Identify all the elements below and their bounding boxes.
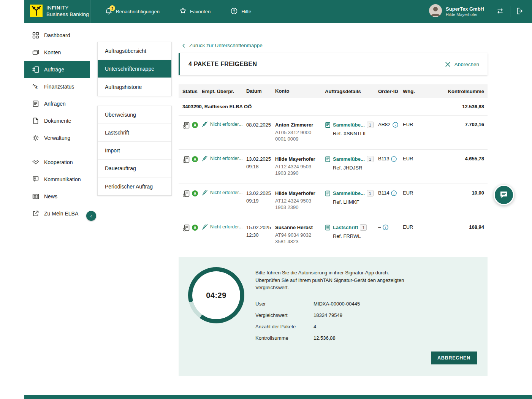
countdown-ring: 04:29 <box>188 267 244 323</box>
field-value: 4 <box>314 324 316 329</box>
bell-icon: 3 <box>105 8 112 15</box>
date-cell: 13.02.2025 09:18 <box>246 156 275 184</box>
sidebar-item-auftraege[interactable]: Aufträge <box>24 61 90 78</box>
info-icon[interactable]: i <box>393 122 398 128</box>
account-name: Susanne Herbst <box>275 224 321 231</box>
details-cell: Sammelübe... 1 Ref. LIIMKF <box>325 190 378 218</box>
footer-bar <box>24 395 532 399</box>
subnav-secondary: Überweisung Lastschrift Import Dauerauft… <box>97 106 172 196</box>
account-cell: Hilde Mayerhofer AT12 4324 9503 1903 239… <box>275 156 325 184</box>
order-type-link[interactable]: Sammelübe... 1 <box>325 190 378 196</box>
topbar-right: SuperTex GmbH Hilde Mayerhofer <box>429 4 532 19</box>
notifications-button[interactable]: 3 Benachrichtigungen <box>105 8 160 15</box>
table-row: A Nicht erforder... 13.02.2025 09:18 Hil… <box>179 150 488 184</box>
back-link[interactable]: Zurück zur Unterschriftenmappe <box>182 43 263 48</box>
logout-button[interactable] <box>516 7 524 16</box>
order-type-link[interactable]: Sammelübe... 1 <box>325 156 378 162</box>
finance-status-icon: € <box>32 83 39 90</box>
column-currency: Whg. <box>403 89 426 94</box>
account-menu[interactable]: SuperTex GmbH Hilde Mayerhofer <box>429 4 484 19</box>
date-cell: 08.02.2025 <box>246 122 275 149</box>
review-link[interactable]: Nicht erforder... <box>202 122 246 149</box>
review-link[interactable]: Nicht erforder... <box>202 156 246 184</box>
review-link[interactable]: Nicht erforder... <box>202 224 246 252</box>
order-type-link[interactable]: Lastschrift 1 <box>325 224 378 231</box>
review-link[interactable]: Nicht erforder... <box>202 190 246 218</box>
svg-text:i: i <box>394 192 395 195</box>
countdown-timer: 04:29 <box>206 291 226 300</box>
order-type-link[interactable]: Sammelübe... 1 <box>325 122 378 128</box>
field-row: Anzahl der Pakete 4 <box>255 321 360 332</box>
field-row: Vergleichswert 18324 79549 <box>255 309 360 321</box>
subnav-item-import[interactable]: Import <box>98 142 171 160</box>
subnav-item-unterschriftenmappe[interactable]: Unterschriftenmappe <box>98 60 171 78</box>
sidebar-item-anfragen[interactable]: Anfragen <box>24 95 90 112</box>
group-total: 12.536,88 <box>462 104 484 109</box>
authorization-fields: User MIDXA-00000-00445 Vergleichswert 18… <box>255 298 360 344</box>
topbar-divider <box>510 6 510 17</box>
settings-icon <box>32 135 39 141</box>
sidebar-item-kommunikation[interactable]: Kommunikation <box>24 171 90 188</box>
authorization-badge: A <box>192 156 198 162</box>
page-title: 4 PAKETE FREIGEBEN <box>188 61 257 68</box>
subnav-item-dauerauftrag[interactable]: Dauerauftrag <box>98 160 171 177</box>
subnav-item-lastschrift[interactable]: Lastschrift <box>98 124 171 142</box>
status-cell: A <box>179 156 202 184</box>
help-button[interactable]: ? Hilfe <box>230 7 251 16</box>
sidebar-collapse-button[interactable]: ‹ <box>86 211 96 221</box>
info-icon[interactable]: i <box>391 156 397 162</box>
status-cell: A <box>179 224 202 252</box>
order-id-cell: B114 i <box>378 190 403 218</box>
sidebar-item-kooperation[interactable]: Kooperation <box>24 154 90 171</box>
info-icon[interactable]: i <box>383 225 388 230</box>
chevron-left-icon <box>182 43 186 48</box>
help-icon: ? <box>230 7 238 16</box>
topbar-nav: 3 Benachrichtigungen Favoriten ? Hilfe <box>90 7 251 16</box>
currency-cell: EUR <box>403 156 426 184</box>
page-header: 4 PAKETE FREIGEBEN Abbrechen <box>179 53 488 75</box>
subnav-item-ueberweisung[interactable]: Überweisung <box>98 106 171 124</box>
authorization-instructions: Bitte führen Sie die Autorisierung in ih… <box>255 269 407 291</box>
authorization-badge: A <box>192 122 198 128</box>
date-cell: 15.02.2025 12:30 <box>246 224 275 252</box>
amount-cell: 7.702,16 <box>426 122 488 149</box>
sidebar-item-zu-mein-elba[interactable]: Zu Mein ELBA <box>24 205 90 222</box>
subnav-item-auftragsuebersicht[interactable]: Auftragsübersicht <box>98 42 171 60</box>
svg-text:i: i <box>385 226 386 230</box>
currency-cell: EUR <box>403 190 426 218</box>
sidebar-item-dokumente[interactable]: Dokumente <box>24 112 90 129</box>
info-icon[interactable]: i <box>391 190 397 196</box>
sidebar-divider <box>29 150 90 150</box>
company-name: SuperTex GmbH <box>446 6 484 13</box>
sidebar-item-dashboard[interactable]: Dashboard <box>24 27 90 44</box>
order-reference: Ref. LIIMKF <box>333 199 378 205</box>
order-count-badge: 1 <box>367 156 374 162</box>
account-iban: AT94 9034 9032 3581 4823 <box>275 232 321 245</box>
currency-cell: EUR <box>403 224 426 252</box>
order-reference: Ref. JHDJSR <box>333 165 378 171</box>
notifications-count-badge: 3 <box>109 5 115 11</box>
sidebar-item-finanzstatus[interactable]: € Finanzstatus <box>24 78 90 95</box>
signature-not-required-icon <box>202 156 208 162</box>
sidebar-item-news[interactable]: News <box>24 188 90 205</box>
user-name: Hilde Mayerhofer <box>446 12 484 17</box>
account-cell: Anton Zimmerer AT05 3412 9000 0001 0009 <box>275 122 325 149</box>
pending-document-icon <box>182 224 190 232</box>
pending-document-icon <box>182 156 190 163</box>
switch-account-button[interactable] <box>496 7 504 16</box>
signature-not-required-icon <box>202 224 208 230</box>
sidebar-item-konten[interactable]: Konten <box>24 44 90 61</box>
chat-fab-button[interactable] <box>494 185 514 205</box>
subnav-item-periodischer-auftrag[interactable]: Periodischer Auftrag <box>98 177 171 195</box>
sidebar-item-verwaltung[interactable]: Verwaltung <box>24 129 90 146</box>
favorites-button[interactable]: Favoriten <box>179 7 211 16</box>
order-id-cell: AR82 i <box>378 122 403 149</box>
date-cell: 13.02.2025 09:19 <box>246 190 275 218</box>
cancel-button[interactable]: Abbrechen <box>445 62 479 67</box>
brand[interactable]: INFINITY Business Banking <box>24 0 90 23</box>
status-cell: A <box>179 122 202 149</box>
subnav-item-auftragshistorie[interactable]: Auftragshistorie <box>98 78 171 96</box>
abort-button[interactable]: ABBRECHEN <box>431 352 477 364</box>
account-name: Hilde Mayerhofer <box>275 190 321 197</box>
amount-cell: 168,94 <box>426 224 488 252</box>
